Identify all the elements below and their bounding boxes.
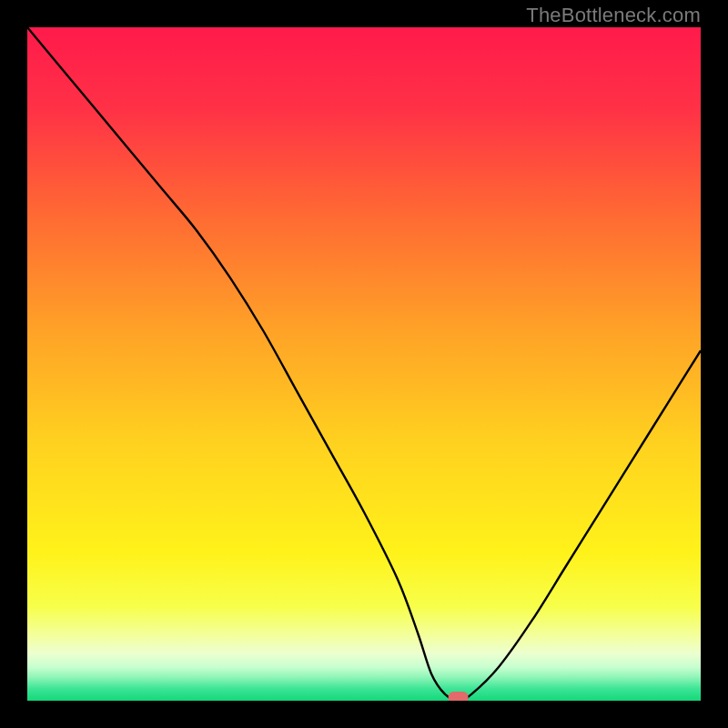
attribution-text: TheBottleneck.com xyxy=(526,4,701,27)
optimal-marker xyxy=(449,692,469,701)
chart-svg xyxy=(27,27,701,701)
plot-area xyxy=(27,27,701,701)
chart-frame: TheBottleneck.com xyxy=(0,0,728,728)
gradient-background xyxy=(27,27,701,701)
